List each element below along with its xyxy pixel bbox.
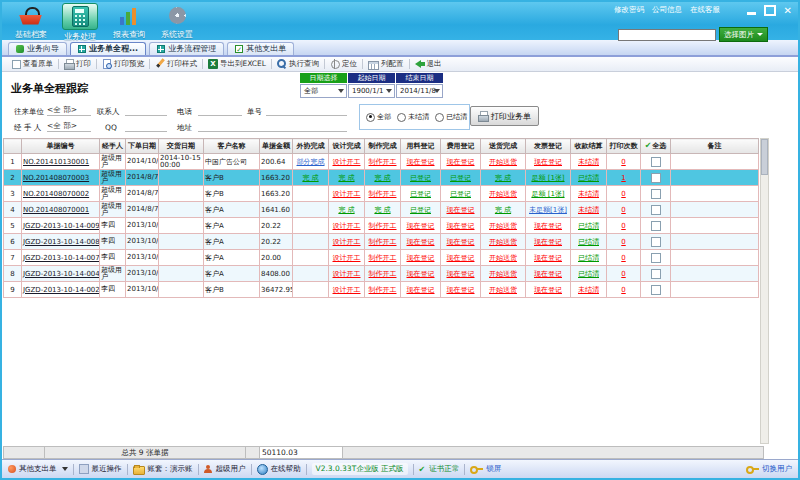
toolbar-view-original-button[interactable]: 查看原单 [6,58,58,70]
row-checkbox[interactable] [651,269,661,279]
make-status-link[interactable]: 制作开工 [369,158,397,166]
row-checkbox[interactable] [651,253,661,263]
statusbar-version[interactable]: V2.3.0.33T企业版 正式版 [312,463,408,475]
toolbar-print-style-button[interactable]: 打印样式 [150,58,202,70]
column-header-3[interactable]: 下单日期 [126,139,159,154]
filter-input-partner-unit[interactable]: <全 部> [47,105,91,116]
statusbar-certificate[interactable]: ✔证书正常 [419,464,460,474]
print-count-link[interactable]: 0 [621,190,625,198]
filter-input-contact[interactable] [125,105,167,116]
design-status-link[interactable]: 完 成 [338,174,354,182]
print-count-link[interactable]: 0 [621,238,625,246]
payment-status-link[interactable]: 已结清 [578,254,599,262]
row-checkbox[interactable] [651,173,661,183]
statusbar-recent-actions[interactable]: 最近操作 [79,464,122,474]
nav-item-system-settings[interactable]: 系统设置 [160,3,194,42]
invoice-status-link[interactable]: 现在登记 [534,238,562,246]
payment-status-link[interactable]: 未结清 [578,190,599,198]
tab-other-expense-order[interactable]: 其他支出单 [227,42,294,55]
expense-status-link[interactable]: 现在登记 [447,158,475,166]
invoice-status-link[interactable]: 足额 [1张] [531,190,564,198]
scrollbar-thumb[interactable] [761,139,768,175]
order-id-link[interactable]: NO.201408070001 [23,206,89,214]
make-status-link[interactable]: 制作开工 [369,254,397,262]
make-status-link[interactable]: 制作开工 [369,286,397,294]
delivery-status-link[interactable]: 开始送货 [489,190,517,198]
delivery-status-link[interactable]: 开始送货 [489,270,517,278]
expense-status-link[interactable]: 现在登记 [447,286,475,294]
invoice-status-link[interactable]: 现在登记 [534,254,562,262]
statusbar-switch-user[interactable]: 切换用户 [746,464,792,474]
select-image-button[interactable]: 选择图片 [719,27,768,42]
row-checkbox[interactable] [651,205,661,215]
design-status-link[interactable]: 设计开工 [333,190,361,198]
column-header-11[interactable]: 费用登记 [441,139,481,154]
order-id-link[interactable]: JGZD-2013-10-14-004 [23,270,100,278]
material-status-link[interactable]: 现在登记 [407,254,435,262]
column-header-16[interactable]: ✔全选 [641,139,671,154]
column-header-0[interactable] [4,139,22,154]
nav-item-basic-files[interactable]: 基础档案 [14,3,48,42]
statusbar-other-expense[interactable]: 其他支出单 [8,464,68,474]
column-header-6[interactable]: 单据金额 [260,139,293,154]
outsource-status-link[interactable]: 完 成 [302,174,318,182]
nav-item-report-query[interactable]: 报表查询 [112,3,146,42]
column-header-5[interactable]: 客户名称 [204,139,260,154]
expense-status-link[interactable]: 已登记 [450,174,471,182]
user-link-0[interactable]: 修改密码 [614,5,644,15]
invoice-status-link[interactable]: 现在登记 [534,222,562,230]
order-id-link[interactable]: JGZD-2013-10-14-008 [23,238,100,246]
toolbar-print-preview-button[interactable]: 打印预览 [97,58,149,70]
delivery-status-link[interactable]: 开始送货 [489,254,517,262]
expense-status-link[interactable]: 现在登记 [447,206,475,214]
print-count-link[interactable]: 0 [621,286,625,294]
date-select-start-date[interactable]: 1900/1/1 [348,84,395,98]
column-header-15[interactable]: 打印次数 [607,139,641,154]
filter-input-phone[interactable] [198,105,242,116]
row-checkbox[interactable] [651,157,661,167]
payment-status-link[interactable]: 未结清 [578,206,599,214]
column-header-7[interactable]: 外协完成 [293,139,329,154]
print-count-link[interactable]: 0 [621,158,625,166]
order-id-link[interactable]: JGZD-2013-10-14-002 [23,286,100,294]
toolbar-print-button[interactable]: 打印 [59,58,96,70]
design-status-link[interactable]: 设计开工 [333,222,361,230]
row-checkbox[interactable] [651,221,661,231]
column-header-1[interactable]: 单据编号 [22,139,100,154]
toolbar-exit-button[interactable]: 退出 [410,58,447,70]
design-status-link[interactable]: 设计开工 [333,286,361,294]
order-id-link[interactable]: NO.201408070002 [23,190,89,198]
date-select-end-date[interactable]: 2014/11/8 [396,84,443,98]
order-id-link[interactable]: JGZD-2013-10-14-007 [23,254,100,262]
print-count-link[interactable]: 0 [621,254,625,262]
statusbar-account-set[interactable]: 账套：演示账 [133,464,193,475]
user-link-2[interactable]: 在线客服 [690,5,720,15]
material-status-link[interactable]: 现在登记 [407,222,435,230]
toolbar-export-excel-button[interactable]: X导出到EXCEL [203,58,271,70]
invoice-status-link[interactable]: 现在登记 [534,286,562,294]
expense-status-link[interactable]: 现在登记 [447,238,475,246]
filter-input-address[interactable] [198,121,347,132]
column-header-4[interactable]: 交货日期 [159,139,204,154]
expense-status-link[interactable]: 现在登记 [447,270,475,278]
outsource-status-link[interactable]: 部分完成 [297,158,325,166]
image-search-input[interactable] [618,29,716,41]
radio-all[interactable]: 全部 [366,112,391,122]
maximize-icon[interactable] [764,5,776,16]
invoice-status-link[interactable]: 未足额[1张] [529,206,567,214]
material-status-link[interactable]: 已登记 [410,174,431,182]
nav-item-business-process[interactable]: 业务处理 [62,3,98,42]
row-checkbox[interactable] [651,285,661,295]
print-count-link[interactable]: 0 [621,206,625,214]
order-id-link[interactable]: NO.201408070003 [23,174,89,182]
design-status-link[interactable]: 设计开工 [333,270,361,278]
toolbar-column-config-button[interactable]: 列配置 [363,58,409,70]
print-count-link[interactable]: 1 [621,174,625,182]
payment-status-link[interactable]: 已结清 [578,174,599,182]
user-link-1[interactable]: 公司信息 [652,5,682,15]
make-status-link[interactable]: 完 成 [374,174,390,182]
payment-status-link[interactable]: 已结清 [578,222,599,230]
row-checkbox[interactable] [651,189,661,199]
delivery-status-link[interactable]: 开始送货 [489,158,517,166]
make-status-link[interactable]: 制作开工 [369,238,397,246]
